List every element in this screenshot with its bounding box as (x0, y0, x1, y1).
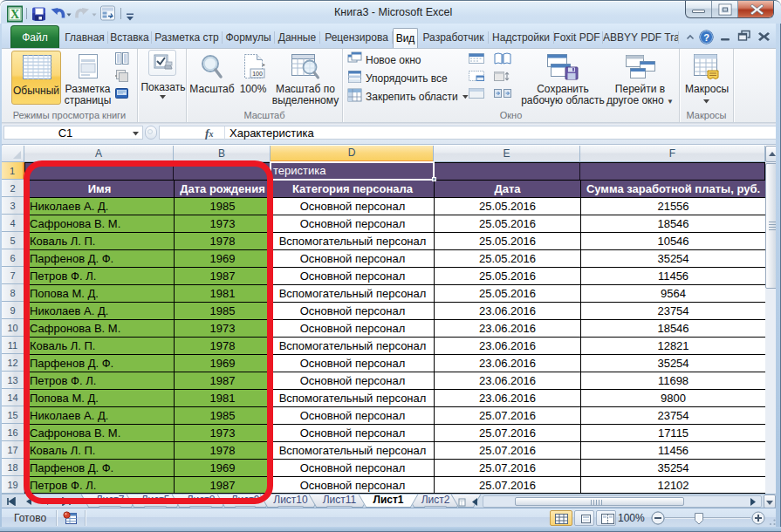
svg-text:100: 100 (252, 71, 263, 77)
svg-text:?: ? (703, 32, 709, 43)
svg-text:X: X (10, 8, 19, 21)
